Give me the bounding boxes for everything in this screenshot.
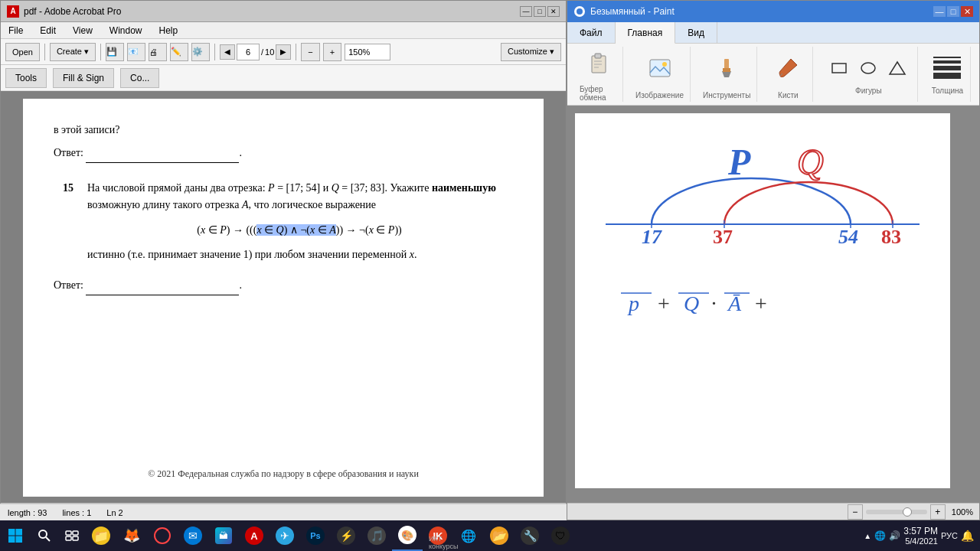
prev-page-button[interactable]: ◀: [220, 44, 235, 60]
print-button[interactable]: 🖨: [149, 43, 167, 61]
zoom-in-paint-button[interactable]: +: [930, 504, 946, 520]
ikt-label: ИКТконкурсы: [429, 536, 458, 551]
open-button[interactable]: Open: [5, 43, 40, 61]
paint-maximize-button[interactable]: □: [947, 6, 959, 17]
svg-text:·: ·: [711, 292, 717, 315]
length-status: length : 93: [8, 508, 47, 517]
menu-edit[interactable]: Edit: [35, 24, 60, 37]
thickness-2[interactable]: [933, 60, 961, 64]
pinned-apps: 📁 🦊 ✉ 🏔 A ✈: [86, 520, 576, 551]
start-button[interactable]: [0, 520, 31, 551]
acrobat-button[interactable]: A: [239, 520, 270, 551]
image-label: Изображение: [635, 91, 684, 99]
svg-point-14: [861, 63, 875, 73]
menu-view[interactable]: View: [68, 24, 97, 37]
rectangle-shape[interactable]: [825, 54, 853, 82]
search-button[interactable]: [31, 522, 58, 549]
paint-canvas[interactable]: P Q 17 37 54: [575, 113, 950, 488]
paint-window-controls: — □ ✕: [933, 6, 973, 17]
next-page-button[interactable]: ▶: [276, 44, 291, 60]
settings-button[interactable]: ⚙️: [191, 43, 210, 61]
annotate-button[interactable]: ✏️: [170, 43, 188, 61]
app1-button[interactable]: ⚡: [331, 520, 361, 551]
menu-window[interactable]: Window: [105, 24, 147, 37]
svg-text:Q: Q: [797, 142, 824, 182]
svg-point-44: [39, 530, 47, 538]
fill-sign-button[interactable]: Fill & Sign: [53, 68, 114, 88]
ribbon-group-thickness: Толщина: [924, 47, 971, 102]
pdf-maximize-button[interactable]: □: [534, 6, 546, 17]
tools-button[interactable]: Tools: [5, 68, 47, 88]
tab-home[interactable]: Главная: [616, 22, 676, 44]
zoom-out-paint-button[interactable]: −: [848, 504, 863, 520]
svg-text:P: P: [727, 142, 751, 182]
tab-view[interactable]: Вид: [675, 22, 717, 43]
problem-number: 15: [63, 180, 86, 264]
tools-button-paint[interactable]: [708, 50, 745, 86]
svg-text:Q: Q: [684, 292, 699, 315]
highlighted-formula: x ∈ Q) ∧ ¬(x ∈ A: [256, 224, 335, 236]
tray-network[interactable]: 🌐: [874, 530, 886, 541]
app5-button[interactable]: 🛡: [545, 520, 576, 551]
svg-rect-41: [16, 529, 23, 536]
truth-statement: истинно (т.е. принимает значение 1) при …: [87, 246, 511, 263]
task-view-button[interactable]: [58, 522, 86, 549]
zoom-input[interactable]: [345, 44, 390, 60]
problem-content: На числовой прямой даны два отрезка: P =…: [87, 180, 511, 264]
thickness-1[interactable]: [933, 57, 961, 58]
firefox-button[interactable]: 🦊: [116, 520, 147, 551]
clipboard-button[interactable]: [580, 47, 616, 80]
pdf-menubar: File Edit View Window Help: [1, 22, 566, 39]
app4-button[interactable]: 🔧: [514, 520, 545, 551]
zoom-slider[interactable]: [866, 510, 927, 514]
thickness-4[interactable]: [933, 73, 961, 79]
menu-file[interactable]: File: [4, 24, 28, 37]
notification-button[interactable]: 🔔: [961, 530, 974, 542]
svg-rect-42: [8, 536, 15, 543]
paint-minimize-button[interactable]: —: [933, 6, 946, 17]
pdf-minimize-button[interactable]: —: [520, 6, 532, 17]
photos-button[interactable]: 🏔: [208, 520, 239, 551]
comment-button[interactable]: Co...: [120, 68, 159, 88]
paint-close-button[interactable]: ✕: [961, 6, 973, 17]
paint-canvas-area[interactable]: P Q 17 37 54: [567, 106, 979, 503]
zoom-out-button[interactable]: −: [301, 43, 319, 61]
menu-help[interactable]: Help: [155, 24, 183, 37]
paint-taskbar-button[interactable]: 🎨: [392, 520, 423, 551]
tray-volume[interactable]: 🔊: [889, 530, 900, 541]
save-button[interactable]: 💾: [106, 43, 124, 61]
svg-marker-10: [722, 71, 731, 77]
tab-file[interactable]: Файл: [567, 22, 616, 43]
page-input[interactable]: [237, 44, 260, 60]
answer-row1: Ответ: .: [54, 145, 513, 162]
language-indicator[interactable]: РУС: [941, 531, 958, 540]
shapes-label: Фигуры: [855, 86, 881, 95]
pdf-close-button[interactable]: ✕: [547, 6, 560, 17]
image-button[interactable]: [642, 50, 678, 86]
thickness-3[interactable]: [933, 66, 961, 70]
oval-shape[interactable]: [854, 54, 882, 82]
telegram-button[interactable]: ✈: [270, 520, 300, 551]
copyright: © 2021 Федеральная служба по надзору в с…: [54, 467, 513, 481]
zoom-in-button[interactable]: +: [323, 43, 341, 61]
zoom-thumb[interactable]: [903, 507, 912, 517]
mail-button[interactable]: ✉: [178, 520, 208, 551]
brushes-button[interactable]: [769, 50, 806, 86]
answer-row2: Ответ: .: [54, 277, 513, 295]
svg-point-8: [662, 62, 667, 67]
answer-label1: Ответ:: [54, 147, 83, 158]
clock-area[interactable]: 3:57 PM 5/4/2021: [903, 526, 938, 546]
prev-answer-line: в этой записи?: [54, 122, 513, 139]
triangle-shape[interactable]: [884, 54, 911, 82]
email-button[interactable]: 📧: [127, 43, 145, 61]
app2-button[interactable]: 🎵: [361, 520, 392, 551]
create-button[interactable]: Create ▾: [50, 43, 96, 61]
file-explorer-button[interactable]: 📁: [86, 520, 116, 551]
photoshop-button[interactable]: Ps: [300, 520, 331, 551]
cortana-button[interactable]: [147, 520, 178, 551]
svg-rect-46: [66, 531, 71, 535]
customize-button[interactable]: Customize ▾: [501, 43, 561, 61]
tray-up-arrow[interactable]: ▲: [864, 532, 871, 540]
folder-button[interactable]: 📂: [484, 520, 514, 551]
pdf-titlebar: A pdf - Adobe Acrobat Pro — □ ✕: [1, 1, 566, 22]
